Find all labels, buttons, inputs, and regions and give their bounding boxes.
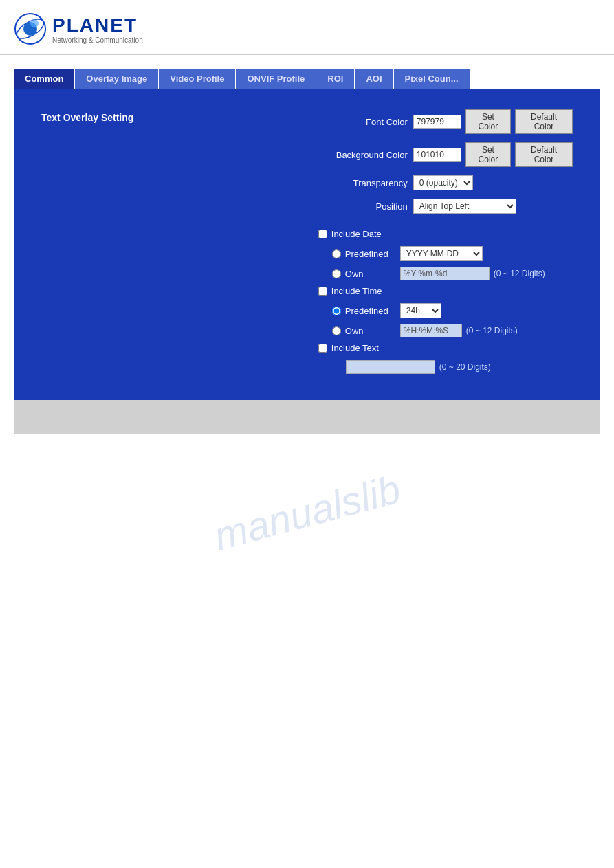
bg-color-label: Background Color — [318, 150, 408, 160]
own-time-hint: (0 ~ 12 Digits) — [466, 326, 518, 335]
date-format-select[interactable]: YYYY-MM-DD MM-DD-YYYY DD-MM-YYYY — [400, 246, 483, 261]
logo-tagline-label: Networking & Communication — [52, 36, 143, 44]
include-date-checkbox[interactable] — [318, 230, 327, 238]
logo-planet-label: PLANET — [52, 14, 143, 36]
text-hint: (0 ~ 20 Digits) — [439, 362, 491, 372]
tab-bar: Common Overlay Image Video Profile ONVIF… — [14, 69, 600, 89]
include-time-row: Include Time — [318, 286, 573, 296]
include-time-checkbox[interactable] — [318, 287, 327, 296]
tab-roi[interactable]: ROI — [316, 69, 354, 89]
include-date-label: Include Date — [331, 229, 382, 239]
header: PLANET Networking & Communication — [0, 0, 614, 55]
bg-color-row: Background Color Set Color Default Color — [318, 142, 573, 167]
tab-common[interactable]: Common — [14, 69, 74, 89]
time-format-select[interactable]: 24h 12h — [400, 303, 441, 318]
section-title: Text Overlay Setting — [41, 109, 174, 368]
set-color-button[interactable]: Set Color — [465, 109, 511, 134]
footer-bar — [14, 400, 600, 434]
transparency-select[interactable]: 0 (opacity) 1 2 3 4 — [413, 175, 473, 190]
tab-pixel-count[interactable]: Pixel Coun... — [394, 69, 470, 89]
transparency-row: Transparency 0 (opacity) 1 2 3 4 — [318, 175, 573, 190]
include-date-row: Include Date — [318, 229, 573, 239]
own-date-row: Own (0 ~ 12 Digits) — [332, 267, 573, 280]
own-date-input[interactable] — [400, 267, 490, 280]
predefined-date-label: Predefined — [345, 249, 400, 259]
panel-body: Text Overlay Setting Font Color Set Colo… — [41, 109, 573, 379]
set-color2-button[interactable]: Set Color — [465, 142, 511, 167]
predefined-time-radio[interactable] — [332, 307, 341, 315]
predefined-date-radio[interactable] — [332, 249, 341, 258]
transparency-label: Transparency — [318, 178, 408, 188]
own-date-radio[interactable] — [332, 269, 341, 278]
svg-point-3 — [30, 19, 39, 27]
watermark-text: manualslib — [209, 465, 405, 559]
default-color2-button[interactable]: Default Color — [515, 142, 573, 167]
include-text-checkbox[interactable] — [318, 344, 327, 353]
text-overlay-input[interactable] — [346, 360, 435, 374]
position-label: Position — [318, 201, 408, 212]
own-date-label: Own — [345, 269, 400, 279]
own-time-radio[interactable] — [332, 326, 341, 335]
tab-overlay-image[interactable]: Overlay Image — [75, 69, 158, 89]
logo-text: PLANET Networking & Communication — [52, 14, 143, 44]
main-content: Common Overlay Image Video Profile ONVIF… — [0, 55, 614, 590]
predefined-time-row: Predefined 24h 12h — [332, 303, 573, 318]
predefined-time-label: Predefined — [345, 306, 400, 316]
include-text-label: Include Text — [331, 343, 379, 353]
position-select[interactable]: Align Top Left Align Top Right Align Bot… — [413, 199, 516, 214]
own-date-hint: (0 ~ 12 Digits) — [494, 269, 545, 278]
font-color-label: Font Color — [318, 117, 408, 127]
own-time-label: Own — [345, 326, 400, 336]
watermark-area: manualslib — [14, 434, 600, 577]
include-text-row: Include Text — [318, 343, 573, 353]
tab-onvif-profile[interactable]: ONVIF Profile — [236, 69, 316, 89]
bg-color-input[interactable] — [413, 148, 461, 162]
logo: PLANET Networking & Communication — [14, 12, 600, 45]
planet-logo-icon — [14, 12, 47, 45]
font-color-input[interactable] — [413, 115, 461, 129]
predefined-date-row: Predefined YYYY-MM-DD MM-DD-YYYY DD-MM-Y… — [332, 246, 573, 261]
font-color-row: Font Color Set Color Default Color — [318, 109, 573, 134]
own-time-input[interactable] — [400, 324, 462, 337]
panel-common: Text Overlay Setting Font Color Set Colo… — [14, 89, 600, 400]
form-area: Font Color Set Color Default Color Backg… — [318, 109, 573, 379]
tab-aoi[interactable]: AOI — [355, 69, 393, 89]
default-color-button[interactable]: Default Color — [515, 109, 573, 134]
position-row: Position Align Top Left Align Top Right … — [318, 199, 573, 214]
own-time-row: Own (0 ~ 12 Digits) — [332, 324, 573, 337]
tab-video-profile[interactable]: Video Profile — [159, 69, 235, 89]
text-input-row: (0 ~ 20 Digits) — [332, 360, 573, 374]
include-time-label: Include Time — [331, 286, 382, 296]
